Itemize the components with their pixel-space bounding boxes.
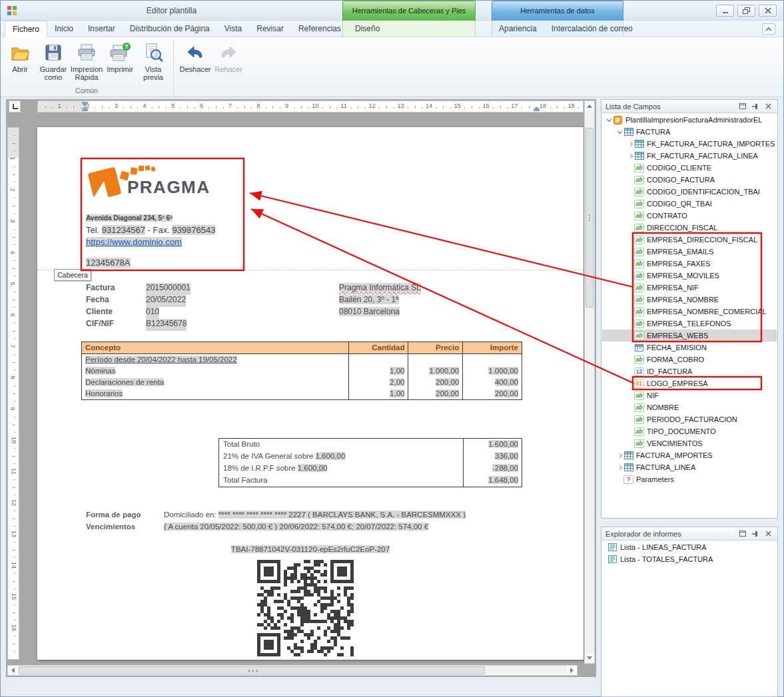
field-list-item-contrato[interactable]: abCONTRATO — [602, 210, 777, 222]
payment-value[interactable]: Domiciliado en: **** **** **** **** ****… — [164, 511, 546, 523]
band-label-cabecera[interactable]: Cabecera — [54, 269, 91, 281]
totals-value[interactable]: 336,00 — [463, 451, 522, 463]
scroll-right-button[interactable] — [567, 666, 577, 675]
field-list-item-empresa-moviles[interactable]: abEMPRESA_MOVILES — [602, 270, 777, 282]
field-list-item-fecha-emision[interactable]: FECHA_EMISION — [602, 342, 777, 353]
totals-value[interactable]: 1.600,00 — [463, 439, 522, 451]
invoice-line-value[interactable]: 1,00 — [349, 365, 409, 377]
field-list-item-periodo-facturacion[interactable]: abPERIODO_FACTURACION — [602, 413, 777, 425]
company-address-field[interactable]: Avenida Diagonal 234, 5º 6ª — [86, 214, 173, 222]
tab-intercalaci-n-de-correo[interactable]: Intercalación de correo — [544, 21, 640, 37]
field-list-item-empresa-webs[interactable]: abEMPRESA_WEBS — [602, 330, 777, 342]
qr-code[interactable] — [257, 560, 354, 656]
expander-icon[interactable] — [615, 454, 623, 457]
client-address-field[interactable]: Pragma Informática SL — [339, 283, 421, 292]
field-list-item-fk-factura-factura-importes[interactable]: FK_FACTURA_FACTURA_IMPORTES — [602, 138, 777, 150]
expander-icon[interactable] — [626, 154, 634, 158]
tab-insertar[interactable]: Insertar — [81, 21, 123, 37]
text-segment[interactable]: 1.600,00 — [316, 452, 346, 460]
field-list-item-factura-importes[interactable]: FACTURA_IMPORTES — [602, 449, 777, 461]
field-list-item-empresa-nombre[interactable]: abEMPRESA_NOMBRE — [602, 294, 777, 306]
report-explorer-item-lista-totales-factura[interactable]: Lista - TOTALES_FACTURA — [602, 553, 777, 565]
invoice-line-value[interactable]: 1.000,00 — [408, 365, 463, 377]
field-list-item-empresa-nombre-comercial[interactable]: abEMPRESA_NOMBRE_COMERCIAL — [602, 306, 777, 318]
minimize-button[interactable] — [716, 5, 734, 17]
panel-restore-button[interactable] — [737, 102, 748, 111]
expander-icon[interactable] — [615, 131, 623, 133]
totals-value[interactable]: 1.648,00 — [463, 475, 522, 487]
invoice-meta-value[interactable]: 20/05/2022 — [146, 295, 186, 307]
invoice-meta-value[interactable]: 010 — [146, 307, 159, 319]
invoice-line-concept[interactable]: Nóminas — [82, 365, 349, 377]
field-list-item-id-factura[interactable]: 12ID_FACTURA — [602, 365, 777, 377]
field-list-item-codigo-identificacion-tbai[interactable]: abCODIGO_IDENTIFICACION_TBAI — [602, 186, 777, 198]
invoice-line-row[interactable]: Declaraciones de renta2,00200,00400,00 — [82, 377, 522, 388]
horizontal-scrollbar[interactable] — [7, 665, 578, 676]
invoice-period-field[interactable]: Período desde 20/04/2022 hasta 19/05/202… — [85, 355, 237, 363]
invoice-line-value[interactable]: 2,00 — [349, 377, 409, 388]
field-list-item-codigo-factura[interactable]: abCODIGO_FACTURA — [602, 174, 777, 186]
invoice-line-row[interactable]: Nóminas1,001.000,001.000,00 — [82, 365, 522, 377]
abrir-button[interactable]: Abrir — [3, 39, 37, 86]
scroll-down-button[interactable] — [585, 653, 594, 663]
text-segment[interactable]: ( A cuenta 20/05/2022: 500,00 € ) 20/06/… — [164, 523, 428, 531]
field-list-item-empresa-faxes[interactable]: abEMPRESA_FAXES — [602, 258, 777, 270]
text-segment[interactable]: 931234567 — [102, 225, 145, 235]
tab-revisar[interactable]: Revisar — [249, 21, 291, 37]
text-segment[interactable]: **** **** **** **** **** 2227 ( BARCLAYS… — [218, 511, 466, 519]
panel-pin-button[interactable] — [750, 529, 761, 539]
totals-value[interactable]: -288,00 — [463, 463, 522, 475]
invoice-meta-value[interactable]: B12345678 — [146, 319, 187, 331]
vertical-scrollbar[interactable] — [584, 101, 595, 664]
expander-icon[interactable] — [605, 119, 613, 121]
invoice-meta-value[interactable]: 2015000001 — [146, 283, 191, 295]
field-list-item-parameters[interactable]: ?Parameters — [602, 473, 777, 485]
field-list-item-codigo-cliente[interactable]: abCODIGO_CLIENTE — [602, 162, 777, 174]
field-list-item-empresa-telefonos[interactable]: abEMPRESA_TELEFONOS — [602, 318, 777, 330]
horizontal-scroll-thumb[interactable] — [19, 666, 485, 674]
field-list-item-empresa-emails[interactable]: abEMPRESA_EMAILS — [602, 246, 777, 258]
collapse-ribbon-button[interactable] — [762, 23, 775, 35]
field-list-item-plantillaimpresionfacturaadministradorel[interactable]: PlantillaImpresionFacturaAdministradorEL — [602, 114, 777, 126]
scroll-left-button[interactable] — [8, 666, 18, 675]
client-address-field[interactable]: Bailén 20, 3º - 1ª — [339, 295, 399, 304]
imprimir-button[interactable]: ?Imprimir — [103, 39, 137, 86]
text-segment[interactable]: 1.600,00 — [298, 464, 328, 472]
field-list-item-vencimientos[interactable]: abVENCIMIENTOS — [602, 437, 777, 449]
field-list-item-logo-empresa[interactable]: 01LOGO_EMPRESA — [602, 377, 777, 389]
client-address-field[interactable]: 08010 Barcelona — [339, 307, 400, 316]
panel-close-button[interactable] — [763, 102, 773, 111]
tab-apariencia[interactable]: Apariencia — [492, 21, 544, 37]
invoice-lines-table[interactable]: ConceptoCantidadPrecioImportePeríodo des… — [81, 342, 522, 400]
expander-icon[interactable] — [615, 466, 623, 469]
invoice-line-row[interactable]: Honorarios1,00200,00200,00 — [82, 388, 522, 399]
company-telfax-line[interactable]: Tel. 931234567 - Fax. 939876543 — [86, 225, 215, 235]
invoice-line-concept[interactable]: Honorarios — [82, 388, 349, 399]
field-list-item-fk-factura-factura-linea[interactable]: FK_FACTURA_FACTURA_LINEA — [602, 150, 777, 162]
tab-distribuci-n-de-p-gina[interactable]: Distribución de Página — [123, 21, 217, 37]
invoice-line-value[interactable]: 200,00 — [408, 388, 463, 399]
restore-button[interactable] — [737, 5, 755, 17]
field-list-item-direccion-fiscal[interactable]: abDIRECCION_FISCAL — [602, 222, 777, 234]
panel-restore-button[interactable] — [737, 529, 748, 539]
invoice-period-cell[interactable]: Período desde 20/04/2022 hasta 19/05/202… — [82, 354, 349, 365]
invoice-line-value[interactable]: 1.000,00 — [463, 365, 522, 377]
field-list-item-nif[interactable]: abNIF — [602, 389, 777, 401]
field-list-item-empresa-direccion-fiscal[interactable]: abEMPRESA_DIRECCION_FISCAL — [602, 234, 777, 246]
text-segment[interactable]: 939876543 — [172, 225, 215, 235]
payment-value[interactable]: ( A cuenta 20/05/2022: 500,00 € ) 20/06/… — [164, 523, 546, 535]
invoice-line-value[interactable]: 200,00 — [463, 388, 522, 399]
company-header-block[interactable]: PRAGMA Avenida Diagonal 234, 5º 6ª Tel. … — [81, 158, 244, 270]
tab-referencias[interactable]: Referencias — [291, 21, 348, 37]
expander-icon[interactable] — [626, 142, 634, 146]
horizontal-ruler[interactable]: 12345678910111213141516171819 — [37, 101, 584, 113]
guardar-como-button[interactable]: Guardar como — [37, 39, 70, 86]
tab-vista[interactable]: Vista — [217, 21, 249, 37]
field-list-item-forma-cobro[interactable]: abFORMA_COBRO — [602, 353, 777, 365]
field-list-item-tipo-documento[interactable]: abTIPO_DOCUMENTO — [602, 425, 777, 437]
impresion-r-pida-button[interactable]: Impresion Rápida — [70, 39, 103, 86]
panel-close-button[interactable] — [763, 529, 773, 539]
tbai-code-line[interactable]: TBAI-78871042V-031120-epEs2rfuC2EoP-207 — [37, 545, 584, 553]
tab-stop-selector[interactable] — [9, 101, 21, 113]
invoice-line-value[interactable]: 400,00 — [463, 377, 522, 388]
